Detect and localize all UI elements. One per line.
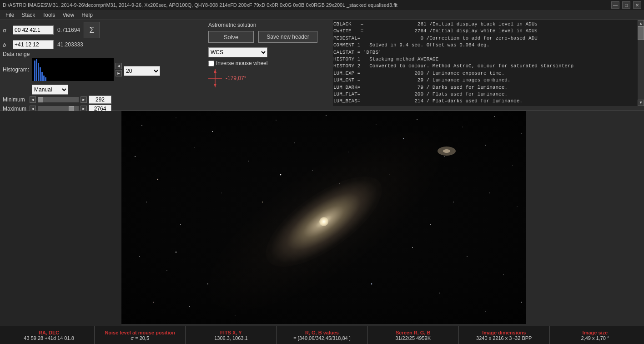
svg-point-18 — [294, 142, 294, 143]
menu-bar: File Stack Tools View Help — [0, 10, 644, 20]
svg-point-42 — [371, 283, 372, 285]
image-area — [0, 111, 644, 326]
svg-point-11 — [462, 126, 463, 127]
svg-point-28 — [453, 202, 453, 202]
min-slider[interactable] — [38, 97, 79, 102]
svg-point-40 — [521, 302, 522, 303]
svg-point-22 — [485, 145, 486, 146]
svg-point-5 — [176, 117, 176, 118]
status-screen-rgb-value: 31/22/25 4959K — [395, 335, 431, 341]
angle-display: -179,07° — [226, 75, 247, 81]
delta-input[interactable] — [13, 40, 54, 49]
svg-point-15 — [157, 179, 158, 180]
galaxy-nucleus — [319, 217, 328, 226]
save-header-button[interactable]: Save new header — [258, 31, 317, 43]
sigma-button[interactable]: Σ — [84, 22, 100, 38]
menu-view[interactable]: View — [59, 11, 78, 19]
solve-button[interactable]: Solve — [208, 31, 254, 43]
svg-point-31 — [139, 256, 140, 257]
fits-header-panel[interactable]: CBLACK = 261 /Initial display black leve… — [332, 20, 644, 106]
svg-point-10 — [417, 119, 418, 120]
svg-point-14 — [135, 156, 136, 157]
status-dimensions-value: 3240 x 2216 x 3 -32 BPP — [476, 335, 532, 341]
status-image-size-value: 2,49 x 1,70 ° — [581, 335, 609, 341]
svg-marker-2 — [214, 69, 216, 73]
status-dimensions: Image dimensions 3240 x 2216 x 3 -32 BPP — [459, 326, 550, 344]
wcs-select[interactable]: WCS RA/Dec — [208, 47, 267, 57]
status-rgb-value: = [340,06/342,45/318,84 ] — [293, 335, 351, 341]
status-rgb-values: R, G, B values = [340,06/342,45/318,84 ] — [277, 326, 367, 344]
min-right-button[interactable]: ► — [80, 96, 87, 103]
svg-point-39 — [485, 311, 485, 311]
alpha-row: α 0.711694 Σ — [3, 22, 202, 38]
alpha-input[interactable] — [13, 25, 54, 35]
histogram-label: Histogram: — [3, 66, 30, 73]
mode-select[interactable]: Manual Auto — [32, 85, 68, 95]
menu-stack[interactable]: Stack — [18, 11, 39, 19]
status-screen-rgb-label: Screen R, G, B — [396, 330, 430, 335]
status-noise: Noise level at mouse position σ = 20,5 — [95, 326, 186, 344]
svg-marker-3 — [214, 84, 216, 87]
svg-point-9 — [376, 125, 377, 125]
svg-point-46 — [443, 149, 450, 153]
svg-point-34 — [467, 256, 468, 257]
svg-point-38 — [439, 293, 440, 293]
status-radec-label: RA, DEC — [39, 330, 59, 335]
astro-image — [121, 111, 526, 324]
toolbar: α 0.711694 Σ δ 41.203333 Data range Hist… — [0, 20, 644, 111]
svg-point-4 — [141, 125, 142, 126]
hist-right-button[interactable]: ► — [116, 70, 122, 76]
status-fits-xy-value: 1306.3, 1063.1 — [214, 335, 247, 341]
fits-header-text: CBLACK = 261 /Initial display black leve… — [333, 21, 643, 105]
menu-help[interactable]: Help — [78, 11, 96, 19]
inverse-mouse-row: Inverse mouse wheel — [208, 60, 328, 66]
title-bar: D:\ASTRO IMAGES\M31, 2014-9-26\decompr\M… — [0, 0, 644, 10]
hist-left-button[interactable]: ◄ — [116, 63, 122, 69]
svg-point-12 — [494, 116, 495, 117]
toolbar-row1: α 0.711694 Σ δ 41.203333 Data range Hist… — [0, 20, 644, 111]
svg-point-7 — [276, 120, 276, 120]
number-select[interactable]: 20 50 100 — [124, 66, 160, 76]
status-fits-xy-label: FITS X, Y — [220, 330, 241, 335]
svg-point-13 — [521, 133, 522, 134]
crosshair-icon — [208, 69, 222, 87]
fits-scrollbar[interactable]: ▲ ▼ — [638, 20, 644, 106]
svg-point-43 — [430, 224, 431, 225]
svg-point-17 — [248, 161, 249, 162]
svg-point-30 — [517, 206, 517, 207]
inverse-mouse-checkbox[interactable] — [208, 61, 214, 66]
histogram-canvas — [32, 58, 114, 81]
svg-point-32 — [166, 270, 167, 270]
svg-point-29 — [489, 192, 490, 193]
status-bar: RA, DEC 43 59.28 +41d 14 01.8 Noise leve… — [0, 326, 644, 344]
svg-point-6 — [212, 131, 213, 132]
maximize-button[interactable]: □ — [622, 1, 630, 9]
scroll-thumb[interactable] — [638, 26, 644, 40]
min-left-button[interactable]: ◄ — [30, 96, 36, 103]
close-button[interactable]: ✕ — [633, 1, 641, 9]
alpha-decimal: 0.711694 — [57, 27, 80, 33]
histogram-row: Histogram: ◄ ► 20 50 — [3, 58, 202, 81]
menu-tools[interactable]: Tools — [39, 11, 59, 19]
svg-point-37 — [235, 315, 235, 316]
status-noise-value: σ = 20,5 — [131, 335, 149, 341]
minimize-button[interactable]: — — [611, 1, 619, 9]
status-dimensions-label: Image dimensions — [482, 330, 526, 335]
svg-point-50 — [412, 247, 413, 248]
svg-point-41 — [280, 174, 282, 176]
svg-point-27 — [262, 202, 263, 202]
inverse-mouse-label: Inverse mouse wheel — [216, 60, 267, 66]
middle-panel: Astrometric solution Solve Save new head… — [205, 20, 332, 89]
min-value-input[interactable] — [89, 96, 111, 104]
svg-point-16 — [194, 147, 194, 147]
svg-point-21 — [444, 156, 444, 157]
title-text: D:\ASTRO IMAGES\M31, 2014-9-26\decompr\M… — [3, 2, 397, 8]
svg-point-36 — [189, 306, 190, 307]
menu-file[interactable]: File — [2, 11, 18, 19]
scroll-up-arrow[interactable]: ▲ — [638, 20, 644, 26]
scroll-down-arrow[interactable]: ▼ — [638, 100, 644, 106]
status-radec: RA, DEC 43 59.28 +41d 14 01.8 — [4, 326, 95, 344]
alpha-label: α — [3, 27, 11, 34]
svg-point-8 — [326, 115, 327, 116]
status-image-size: Image size 2,49 x 1,70 ° — [550, 326, 640, 344]
